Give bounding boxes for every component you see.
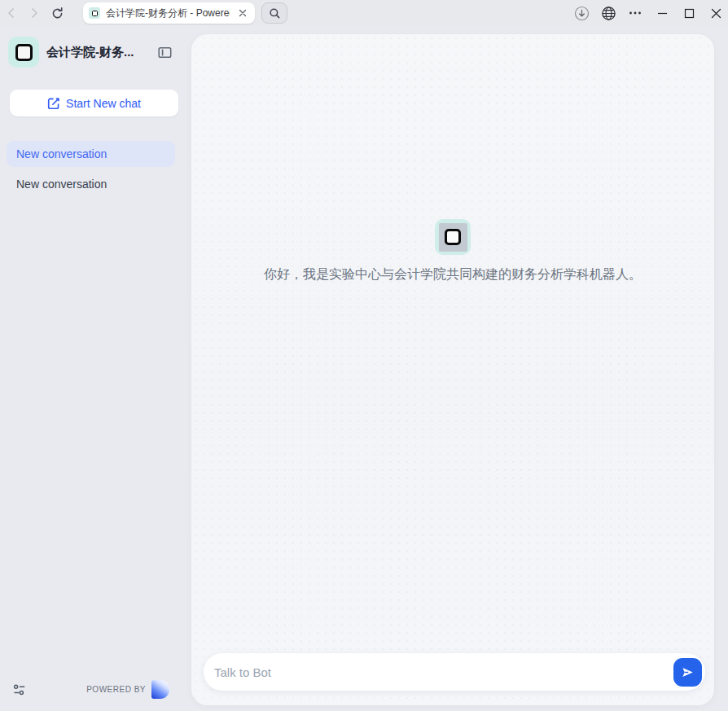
- welcome-message: 你好，我是实验中心与会计学院共同构建的财务分析学科机器人。: [264, 266, 642, 283]
- close-icon: [711, 8, 721, 19]
- more-menu-button[interactable]: [627, 3, 643, 23]
- chat-input-bar: [204, 653, 705, 691]
- browser-tab[interactable]: 会计学院-财务分析 - Powered: [83, 2, 255, 24]
- language-button[interactable]: [600, 3, 616, 23]
- titlebar-controls: [573, 3, 728, 23]
- browser-titlebar: 会计学院-财务分析 - Powered: [0, 0, 728, 26]
- app-avatar: [8, 37, 39, 68]
- minimize-icon: [657, 8, 668, 19]
- panel-toggle-icon: [158, 46, 172, 59]
- sidebar-header: 会计学院-财务...: [0, 26, 191, 68]
- maximize-button[interactable]: [681, 3, 697, 23]
- new-chat-pencil-icon: [47, 97, 60, 110]
- conversation-item-selected[interactable]: New conversation: [7, 141, 175, 167]
- tab-close-button[interactable]: [236, 7, 249, 20]
- sliders-icon: [12, 682, 27, 697]
- back-button[interactable]: [3, 3, 20, 23]
- sidebar-footer: POWERED BY: [0, 680, 191, 711]
- chevron-left-icon: [5, 7, 18, 20]
- powered-by: POWERED BY: [86, 680, 169, 699]
- dify-logo-icon[interactable]: [151, 680, 169, 699]
- sidebar-collapse-button[interactable]: [158, 46, 172, 59]
- chevron-right-icon: [28, 7, 41, 20]
- downloads-button[interactable]: [573, 3, 590, 23]
- conversation-list: New conversation New conversation: [0, 141, 191, 197]
- close-icon: [239, 9, 247, 17]
- start-new-chat-button[interactable]: Start New chat: [10, 90, 178, 116]
- conversation-label: New conversation: [16, 178, 107, 191]
- tab-title: 会计学院-财务分析 - Powered: [106, 7, 230, 20]
- sidebar: 会计学院-财务... Start New chat New conversati…: [0, 26, 191, 711]
- app-title: 会计学院-财务...: [46, 45, 153, 60]
- forward-button[interactable]: [26, 3, 42, 23]
- tab-favicon: [89, 7, 100, 19]
- app-logo-square-icon: [92, 11, 98, 16]
- powered-by-label: POWERED BY: [86, 685, 146, 694]
- bot-avatar: [435, 219, 471, 255]
- bot-logo-square-icon: [445, 229, 461, 245]
- conversation-item[interactable]: New conversation: [7, 171, 175, 197]
- send-button[interactable]: [673, 658, 702, 687]
- close-window-button[interactable]: [708, 3, 724, 23]
- start-new-chat-label: Start New chat: [66, 97, 141, 110]
- settings-button[interactable]: [12, 682, 27, 697]
- download-icon: [574, 6, 590, 21]
- send-icon: [681, 665, 695, 679]
- more-dots-icon: [629, 7, 642, 20]
- globe-icon: [601, 6, 616, 21]
- maximize-icon: [684, 8, 695, 19]
- app-logo-square-icon: [15, 44, 33, 61]
- chat-panel: 你好，我是实验中心与会计学院共同构建的财务分析学科机器人。: [191, 34, 714, 705]
- search-button[interactable]: [261, 2, 287, 24]
- refresh-button[interactable]: [49, 3, 65, 23]
- welcome-block: 你好，我是实验中心与会计学院共同构建的财务分析学科机器人。: [191, 219, 714, 283]
- bot-avatar-image: [439, 223, 467, 252]
- search-icon: [269, 7, 281, 20]
- conversation-label: New conversation: [16, 147, 107, 160]
- minimize-button[interactable]: [654, 3, 670, 23]
- refresh-icon: [50, 7, 64, 20]
- chat-input[interactable]: [214, 665, 673, 679]
